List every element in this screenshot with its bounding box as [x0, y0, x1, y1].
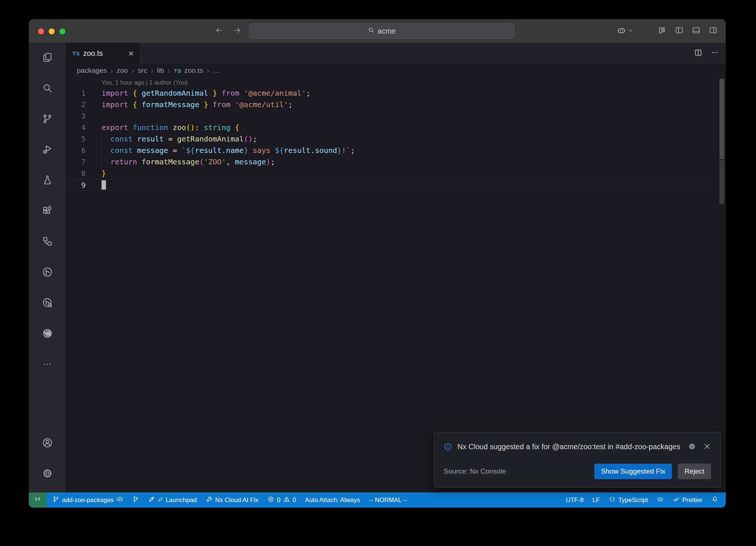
- status-vim-mode[interactable]: -- NORMAL --: [365, 492, 411, 508]
- activity-bar-item-more-views[interactable]: [29, 349, 66, 380]
- rocket-icon: [148, 496, 155, 505]
- rocket-small-icon: [158, 496, 163, 504]
- account-icon: [42, 437, 53, 450]
- status-language-mode[interactable]: TypeScript: [605, 492, 652, 508]
- search-icon: [42, 82, 53, 95]
- line-number: 1: [66, 88, 86, 99]
- status-source-control-graph[interactable]: [128, 492, 143, 508]
- code-line-1[interactable]: 1import { getRandomAnimal } from '@acme/…: [66, 88, 726, 99]
- breadcrumb-item[interactable]: lib: [157, 66, 164, 75]
- notification-source: Source: Nx Console: [444, 467, 506, 475]
- zoom-window-button[interactable]: [59, 28, 65, 34]
- line-number: 6: [66, 145, 86, 156]
- beaker-icon: [42, 174, 53, 187]
- activity-bar-item-extensions[interactable]: [29, 196, 66, 227]
- code-editor[interactable]: You, 1 hour ago | 1 author (You) 1import…: [66, 77, 726, 492]
- breadcrumb-more[interactable]: …: [213, 66, 220, 75]
- error-icon: [267, 496, 274, 505]
- status-eol[interactable]: LF: [589, 492, 604, 508]
- toggle-secondary-sidebar-icon[interactable]: [709, 26, 718, 36]
- tab-label: zoo.ts: [83, 49, 103, 58]
- git-graph-icon: [132, 496, 139, 505]
- notification-close-icon[interactable]: [703, 443, 711, 452]
- status-git-branch-item[interactable]: add-zoo-packages: [49, 492, 127, 508]
- status-encoding[interactable]: UTF-8: [562, 492, 587, 508]
- chevron-down-icon: [628, 28, 633, 35]
- breadcrumb-item[interactable]: packages: [77, 66, 107, 75]
- breadcrumb-separator-icon: ›: [110, 66, 113, 75]
- status-notifications-bell[interactable]: [708, 492, 722, 508]
- activity-bar-item-nx-console[interactable]: [29, 257, 66, 288]
- status-launchpad-item[interactable]: Launchpad: [144, 492, 200, 508]
- traffic-lights: [38, 28, 65, 34]
- notification-message: Nx Cloud suggested a fix for @acme/zoo:t…: [457, 441, 683, 453]
- split-editor-icon[interactable]: [694, 48, 702, 58]
- breadcrumb: packages›zoo›src›lib›TSzoo.ts›…: [66, 64, 726, 77]
- close-window-button[interactable]: [38, 28, 44, 34]
- copilot-menu[interactable]: [616, 25, 633, 37]
- minimize-window-button[interactable]: [49, 28, 55, 34]
- breadcrumb-separator-icon: ›: [207, 66, 209, 75]
- breadcrumb-item[interactable]: src: [138, 66, 147, 75]
- status-problems[interactable]: 00: [264, 492, 300, 508]
- extensions-icon: [42, 205, 53, 218]
- show-suggested-fix-button[interactable]: Show Suggested Fix: [594, 464, 672, 479]
- activity-bar-item-run-and-debug[interactable]: [29, 135, 66, 165]
- activity-bar-item-nx-project-details[interactable]: [29, 288, 66, 319]
- activity-bar-item-search[interactable]: [29, 74, 66, 104]
- braces-icon: [609, 496, 616, 505]
- breadcrumb-item[interactable]: zoo: [117, 66, 128, 75]
- code-line-9[interactable]: 9: [66, 179, 726, 191]
- nx-icon: [42, 266, 53, 279]
- editor-scrollbar[interactable]: [719, 79, 724, 159]
- status-bar: add-zoo-packagesLaunchpadNx Cloud AI Fix…: [29, 492, 726, 508]
- activity-bar-item-source-control[interactable]: [29, 104, 66, 135]
- indent-guide: [102, 133, 102, 168]
- toggle-panel-icon[interactable]: [692, 26, 701, 36]
- toggle-sidebar-icon[interactable]: [675, 26, 684, 36]
- activity-bar-item-testing[interactable]: [29, 165, 66, 196]
- activity-bar-item-remote-explorer[interactable]: [29, 227, 66, 257]
- code-line-7[interactable]: 7 return formatMessage('ZOO', message);: [66, 156, 726, 168]
- copilot-icon: [616, 25, 626, 37]
- copilot-icon: [657, 496, 664, 505]
- code-line-6[interactable]: 6 const message = `${result.name} says $…: [66, 145, 726, 156]
- git-branch-icon: [52, 496, 59, 505]
- breadcrumb-separator-icon: ›: [168, 66, 170, 75]
- breadcrumb-file[interactable]: TSzoo.ts: [174, 66, 203, 75]
- close-tab-icon[interactable]: ×: [128, 49, 134, 58]
- code-line-8[interactable]: 8}: [66, 168, 726, 179]
- activity-bar-item-accounts[interactable]: [29, 428, 66, 459]
- activity-bar-item-settings[interactable]: [29, 459, 66, 489]
- more-actions-icon[interactable]: [711, 48, 719, 58]
- forward-icon[interactable]: [233, 26, 241, 36]
- code-line-3[interactable]: 3: [66, 110, 726, 122]
- search-value: acme: [378, 27, 396, 35]
- customize-layout-icon[interactable]: [658, 26, 667, 36]
- double-check-icon: [673, 496, 680, 505]
- status-formatter-prettier[interactable]: Prettier: [669, 492, 706, 508]
- back-icon[interactable]: [215, 26, 224, 36]
- code-line-2[interactable]: 2import { formatMessage } from '@acme/ut…: [66, 99, 726, 110]
- activity-bar-item-edge-browser[interactable]: [29, 319, 66, 349]
- command-center-search[interactable]: acme: [249, 23, 515, 39]
- edge-icon: [42, 328, 53, 341]
- notification-settings-icon[interactable]: [688, 443, 696, 452]
- search-icon: [368, 27, 375, 35]
- notification-toast: Nx Cloud suggested a fix for @acme/zoo:t…: [434, 432, 721, 488]
- code-line-4[interactable]: 4export function zoo(): string {: [66, 122, 726, 133]
- status-auto-attach[interactable]: Auto Attach: Always: [301, 492, 364, 508]
- tab-zoo-ts[interactable]: TS zoo.ts ×: [66, 43, 140, 64]
- status-copilot-status[interactable]: [653, 492, 667, 508]
- code-line-5[interactable]: 5 const result = getRandomAnimal();: [66, 133, 726, 145]
- status-nx-cloud-ai-fix[interactable]: Nx Cloud AI Fix: [202, 492, 262, 508]
- tab-bar: TS zoo.ts ×: [66, 43, 726, 64]
- reject-button[interactable]: Reject: [678, 464, 711, 479]
- files-icon: [42, 52, 53, 65]
- ellipsis-icon: [42, 359, 52, 371]
- activity-bar-item-explorer[interactable]: [29, 43, 66, 74]
- line-number: 2: [66, 99, 86, 110]
- remote-indicator[interactable]: [29, 492, 47, 508]
- editor-scrollbar-overview: [719, 160, 724, 204]
- remote-icon: [42, 236, 53, 249]
